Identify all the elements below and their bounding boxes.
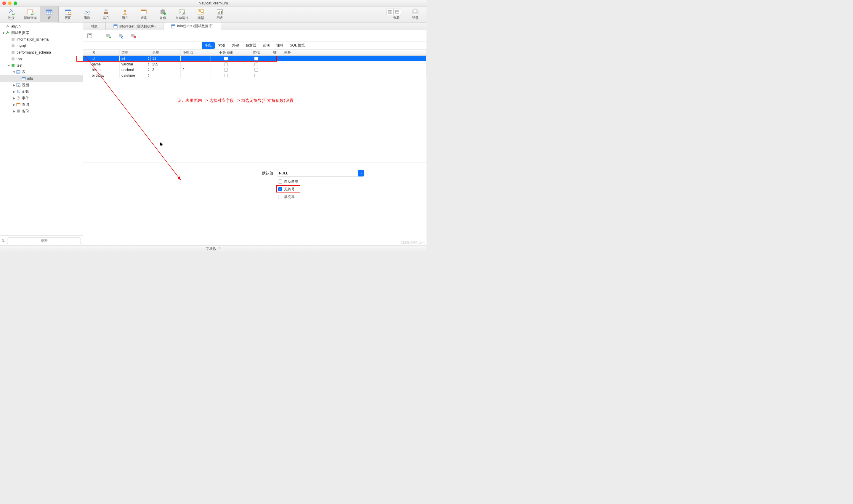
column-header[interactable]: 注释 xyxy=(282,50,427,55)
disclosure-triangle-icon[interactable]: ▶ xyxy=(13,110,16,113)
subtab[interactable]: 触发器 xyxy=(243,42,259,49)
disclosure-triangle-icon[interactable]: ▶ xyxy=(13,103,16,106)
notnull-checkbox[interactable] xyxy=(224,68,228,72)
stepper-icon[interactable]: ▴▾ xyxy=(148,68,149,72)
subtab[interactable]: 字段 xyxy=(202,42,215,49)
subtab[interactable]: 外键 xyxy=(229,42,242,49)
tree-node[interactable]: ▶事件 xyxy=(0,95,83,101)
tree-node[interactable]: information_schema xyxy=(0,36,83,43)
stepper-icon[interactable]: ▴▾ xyxy=(148,56,149,60)
virtual-checkbox[interactable] xyxy=(254,74,258,77)
field-decimal-cell[interactable] xyxy=(181,61,211,67)
tree-node[interactable]: ▼测试数据库 xyxy=(0,30,83,36)
key-cell[interactable] xyxy=(271,67,282,73)
view-mode-segment[interactable] xyxy=(386,8,401,15)
disclosure-triangle-icon[interactable]: ▼ xyxy=(2,31,5,35)
tree-node[interactable]: sys xyxy=(0,56,83,62)
toolbar-backup-button[interactable]: 备份 xyxy=(154,6,172,22)
tree-node[interactable]: aliyun xyxy=(0,23,83,30)
tree-node[interactable]: ▶fx函数 xyxy=(0,88,83,95)
field-decimal-cell[interactable] xyxy=(181,56,211,61)
field-name-cell[interactable]: id xyxy=(90,56,120,61)
grid-body[interactable]: idint▴▾11namevarchar▴▾255heightdecimal▴▾… xyxy=(83,56,427,78)
column-header[interactable]: 类型 xyxy=(120,50,150,55)
key-cell[interactable] xyxy=(271,61,282,67)
column-header[interactable]: 名 xyxy=(90,50,120,55)
notnull-checkbox[interactable] xyxy=(224,57,228,60)
field-type-cell[interactable]: int▴▾ xyxy=(120,56,150,61)
zerofill-checkbox[interactable] xyxy=(278,195,282,199)
column-header[interactable]: 长度 xyxy=(150,50,181,55)
connection-tree[interactable]: aliyun▼测试数据库information_schemamysqlperfo… xyxy=(0,22,83,235)
document-tab[interactable]: info@test (测试数据库) xyxy=(163,22,221,30)
tree-node[interactable]: ▶备份 xyxy=(0,108,83,114)
view-list-icon[interactable] xyxy=(387,9,394,15)
disclosure-triangle-icon[interactable]: ▶ xyxy=(13,84,16,87)
insert-field-icon[interactable] xyxy=(118,33,124,39)
key-cell[interactable] xyxy=(271,73,282,78)
field-row[interactable]: idint▴▾11 xyxy=(83,56,427,61)
zerofill-row[interactable]: 填充零 xyxy=(83,193,427,201)
unsigned-row[interactable]: ✓ 无符号 xyxy=(83,185,427,193)
disclosure-triangle-icon[interactable]: ▶ xyxy=(13,90,16,93)
toolbar-chart-button[interactable]: 图表 xyxy=(210,6,229,22)
add-field-icon[interactable]: + xyxy=(105,33,112,39)
document-tab[interactable]: info@test (测试数据库) xyxy=(106,22,163,30)
field-row[interactable]: namevarchar▴▾255 xyxy=(83,61,427,67)
subtab[interactable]: 注释 xyxy=(273,42,286,49)
field-name-cell[interactable]: height xyxy=(90,67,120,73)
tree-node[interactable]: performance_schema xyxy=(0,49,83,56)
column-header[interactable]: 小数点 xyxy=(181,50,211,55)
toolbar-other-button[interactable]: 其它 xyxy=(96,6,115,22)
dropdown-arrow-icon[interactable]: ▾ xyxy=(358,170,364,177)
save-icon[interactable] xyxy=(87,33,93,39)
comment-cell[interactable] xyxy=(282,61,427,67)
virtual-checkbox[interactable] xyxy=(254,68,258,72)
field-name-cell[interactable]: birthday xyxy=(90,73,120,78)
comment-cell[interactable] xyxy=(282,67,427,73)
unsigned-checkbox[interactable]: ✓ xyxy=(278,187,282,191)
field-length-cell[interactable] xyxy=(150,73,181,78)
stepper-icon[interactable]: ▴▾ xyxy=(148,62,149,66)
field-type-cell[interactable]: datetime▴▾ xyxy=(120,73,150,78)
toolbar-table-button[interactable]: 表 xyxy=(40,6,59,22)
column-header[interactable]: 虚拟 xyxy=(241,50,271,55)
virtual-checkbox[interactable] xyxy=(254,62,258,66)
toolbar-user-button[interactable]: 用户 xyxy=(115,6,135,22)
toolbar-model-button[interactable]: 模型 xyxy=(191,6,210,22)
comment-cell[interactable] xyxy=(282,56,427,61)
notnull-checkbox[interactable] xyxy=(224,62,228,66)
stepper-icon[interactable]: ▴▾ xyxy=(148,73,149,77)
field-decimal-cell[interactable] xyxy=(181,73,211,78)
tree-node[interactable]: ▶视图 xyxy=(0,82,83,88)
tree-node[interactable]: ▼test xyxy=(0,62,83,69)
sort-icon[interactable]: ⇅ xyxy=(2,239,5,243)
view-detail-icon[interactable] xyxy=(394,9,401,15)
toolbar-login-button[interactable]: 登录 xyxy=(406,6,425,22)
field-decimal-cell[interactable]: 2 xyxy=(181,67,211,73)
field-name-cell[interactable]: name xyxy=(90,61,120,67)
toolbar-automation-button[interactable]: 自动运行 xyxy=(172,6,191,22)
field-length-cell[interactable]: 3 xyxy=(150,67,181,73)
field-row[interactable]: heightdecimal▴▾32 xyxy=(83,67,427,73)
default-value-select[interactable]: NULL xyxy=(277,170,364,177)
delete-field-icon[interactable] xyxy=(130,33,137,39)
field-row[interactable]: birthdaydatetime▴▾ xyxy=(83,73,427,78)
disclosure-triangle-icon[interactable]: ▼ xyxy=(13,71,16,74)
virtual-checkbox[interactable] xyxy=(254,57,258,60)
sidebar-search-input[interactable] xyxy=(7,237,81,244)
subtab[interactable]: 选项 xyxy=(260,42,273,49)
subtab[interactable]: SQL 预览 xyxy=(287,42,308,49)
toolbar-function-button[interactable]: f(x)函数 xyxy=(77,6,96,22)
toolbar-connect-button[interactable]: +连接 xyxy=(2,6,21,22)
tree-node[interactable]: ▼表 xyxy=(0,69,83,75)
auto-increment-checkbox[interactable] xyxy=(278,179,282,184)
toolbar-new-query-button[interactable]: +新建查询 xyxy=(21,6,40,22)
document-tab[interactable]: 对象 xyxy=(83,22,106,30)
disclosure-triangle-icon[interactable]: ▼ xyxy=(7,64,11,67)
disclosure-triangle-icon[interactable]: ▶ xyxy=(13,96,16,100)
subtab[interactable]: 索引 xyxy=(215,42,228,49)
toolbar-view-button[interactable]: 视图 xyxy=(59,6,77,22)
field-type-cell[interactable]: varchar▴▾ xyxy=(120,61,150,67)
field-length-cell[interactable]: 11 xyxy=(150,56,181,61)
